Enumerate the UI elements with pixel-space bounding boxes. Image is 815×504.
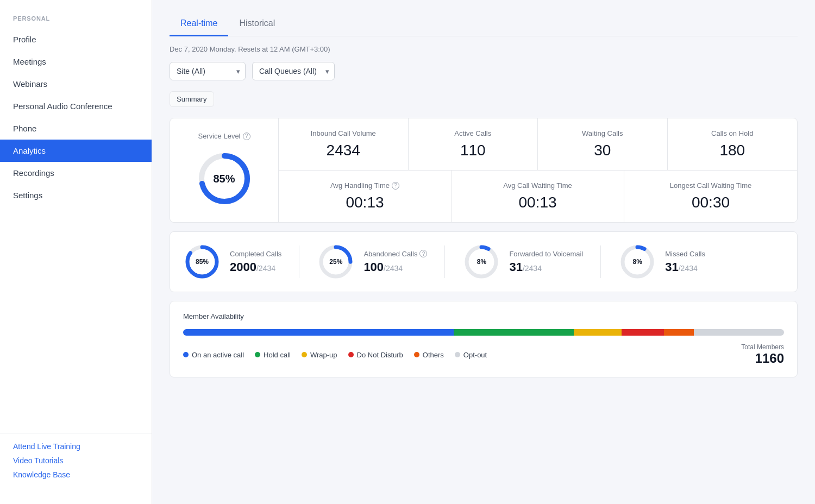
stat-inbound-call-volume: Inbound Call Volume 2434 bbox=[279, 118, 409, 170]
calls-on-hold-value: 180 bbox=[676, 142, 789, 159]
abandoned-calls-label: Abandoned Calls ? bbox=[363, 250, 427, 258]
sidebar-item-recordings[interactable]: Recordings bbox=[0, 162, 152, 184]
sidebar-item-meetings[interactable]: Meetings bbox=[0, 51, 152, 73]
forwarded-voicemail-donut: 8% bbox=[462, 243, 500, 281]
member-availability-card: Member Availability On an active callHol… bbox=[170, 301, 798, 377]
service-level-box: Service Level ? 85% bbox=[170, 118, 279, 222]
filters: Site (All) Site A Site B Call Queues (Al… bbox=[170, 62, 798, 80]
legend-item-on-an-active-call: On an active call bbox=[183, 351, 244, 359]
stat-calls-on-hold: Calls on Hold 180 bbox=[668, 118, 798, 170]
service-level-donut: 85% bbox=[195, 149, 254, 209]
tab-historical[interactable]: Historical bbox=[228, 13, 286, 36]
legend: On an active callHold callWrap-upDo Not … bbox=[183, 351, 487, 359]
sidebar-item-profile[interactable]: Profile bbox=[0, 28, 152, 51]
legend-row: On an active callHold callWrap-upDo Not … bbox=[183, 343, 784, 366]
sidebar-link-knowledge-base[interactable]: Knowledge Base bbox=[13, 470, 139, 479]
sidebar-link-video-tutorials[interactable]: Video Tutorials bbox=[13, 456, 139, 465]
divider-1 bbox=[299, 245, 299, 278]
longest-call-waiting-time-label: Longest Call Waiting Time bbox=[633, 181, 788, 190]
abandoned-calls-item: 25% Abandoned Calls ? 100/2434 bbox=[317, 243, 427, 281]
total-members: Total Members 1160 bbox=[741, 343, 784, 366]
calls-on-hold-label: Calls on Hold bbox=[676, 129, 789, 137]
total-members-label: Total Members bbox=[741, 343, 784, 351]
date-info: Dec 7, 2020 Monday. Resets at 12 AM (GMT… bbox=[170, 45, 798, 53]
legend-dot bbox=[414, 352, 419, 357]
waiting-calls-label: Waiting Calls bbox=[547, 129, 659, 137]
stats-grid-bottom: Avg Handling Time ? 00:13 Avg Call Waiti… bbox=[279, 171, 797, 222]
bar-segment-others bbox=[664, 329, 694, 336]
bar-segment-hold-call bbox=[454, 329, 574, 336]
tab-realtime[interactable]: Real-time bbox=[170, 13, 228, 36]
forwarded-voicemail-item: 8% Forwarded to Voicemail 31/2434 bbox=[462, 243, 583, 281]
forwarded-voicemail-value: 31/2434 bbox=[509, 260, 583, 274]
missed-calls-donut: 8% bbox=[618, 243, 656, 281]
abandoned-calls-donut: 25% bbox=[317, 243, 355, 281]
legend-dot bbox=[255, 352, 260, 357]
sidebar-item-analytics[interactable]: Analytics bbox=[0, 140, 152, 162]
bar-segment-on-an-active-call bbox=[183, 329, 454, 336]
legend-item-wrap-up: Wrap-up bbox=[302, 351, 337, 359]
sidebar-section-label: PERSONAL bbox=[0, 11, 152, 28]
stat-avg-handling-time: Avg Handling Time ? 00:13 bbox=[279, 171, 452, 222]
sidebar-item-personal-audio[interactable]: Personal Audio Conference bbox=[0, 95, 152, 117]
site-filter-wrapper: Site (All) Site A Site B bbox=[170, 62, 246, 80]
service-level-info-icon[interactable]: ? bbox=[243, 133, 250, 140]
legend-label: On an active call bbox=[192, 351, 244, 359]
forwarded-voicemail-stats: Forwarded to Voicemail 31/2434 bbox=[509, 250, 583, 274]
legend-label: Others bbox=[423, 351, 444, 359]
avg-handling-time-icon[interactable]: ? bbox=[392, 182, 399, 190]
sidebar-nav: ProfileMeetingsWebinarsPersonal Audio Co… bbox=[0, 28, 152, 206]
abandoned-calls-stats: Abandoned Calls ? 100/2434 bbox=[363, 250, 427, 274]
summary-label: Summary bbox=[170, 91, 214, 107]
completed-calls-donut: 85% bbox=[183, 243, 221, 281]
missed-calls-item: 8% Missed Calls 31/2434 bbox=[618, 243, 705, 281]
avg-call-waiting-time-value: 00:13 bbox=[460, 194, 615, 211]
avg-handling-time-label: Avg Handling Time ? bbox=[287, 181, 442, 190]
completed-calls-label: Completed Calls bbox=[230, 250, 281, 258]
main-content: Real-timeHistorical Dec 7, 2020 Monday. … bbox=[152, 0, 815, 504]
avg-call-waiting-time-label: Avg Call Waiting Time bbox=[460, 181, 615, 190]
bar-segment-opt-out bbox=[694, 329, 784, 336]
sidebar-link-attend-live[interactable]: Attend Live Training bbox=[13, 442, 139, 451]
call-queues-filter-wrapper: Call Queues (All) Queue 1 Queue 2 bbox=[252, 62, 335, 80]
legend-item-opt-out: Opt-out bbox=[455, 351, 487, 359]
completed-calls-stats: Completed Calls 2000/2434 bbox=[230, 250, 281, 274]
longest-call-waiting-time-value: 00:30 bbox=[633, 194, 788, 211]
call-queues-filter[interactable]: Call Queues (All) Queue 1 Queue 2 bbox=[252, 62, 335, 80]
sidebar-item-phone[interactable]: Phone bbox=[0, 117, 152, 140]
sidebar-item-settings[interactable]: Settings bbox=[0, 184, 152, 206]
member-availability-title: Member Availability bbox=[183, 312, 784, 320]
divider-2 bbox=[444, 245, 445, 278]
active-calls-label: Active Calls bbox=[417, 129, 529, 137]
stat-longest-call-waiting-time: Longest Call Waiting Time 00:30 bbox=[624, 171, 797, 222]
missed-calls-value: 31/2434 bbox=[665, 260, 705, 274]
bar-segment-do-not-disturb bbox=[622, 329, 663, 336]
stats-grid-top: Inbound Call Volume 2434 Active Calls 11… bbox=[279, 118, 797, 171]
legend-item-others: Others bbox=[414, 351, 444, 359]
forwarded-voicemail-pct: 8% bbox=[477, 258, 486, 266]
legend-dot bbox=[348, 352, 354, 357]
completed-calls-item: 85% Completed Calls 2000/2434 bbox=[183, 243, 281, 281]
legend-label: Wrap-up bbox=[310, 351, 337, 359]
legend-dot bbox=[455, 352, 460, 357]
abandoned-calls-info-icon[interactable]: ? bbox=[419, 250, 427, 257]
inbound-call-volume-label: Inbound Call Volume bbox=[287, 129, 399, 137]
summary-top-card: Service Level ? 85% Inbound Call Volume … bbox=[170, 118, 798, 223]
legend-label: Opt-out bbox=[463, 351, 487, 359]
sidebar-item-webinars[interactable]: Webinars bbox=[0, 73, 152, 95]
divider-3 bbox=[600, 245, 601, 278]
sidebar-links: Attend Live TrainingVideo TutorialsKnowl… bbox=[0, 433, 152, 493]
missed-calls-pct: 8% bbox=[633, 258, 642, 266]
abandoned-calls-pct: 25% bbox=[329, 258, 342, 266]
legend-dot bbox=[183, 352, 189, 357]
inbound-call-volume-value: 2434 bbox=[287, 142, 399, 159]
summary-right: Inbound Call Volume 2434 Active Calls 11… bbox=[279, 118, 797, 222]
missed-calls-stats: Missed Calls 31/2434 bbox=[665, 250, 705, 274]
completed-calls-value: 2000/2434 bbox=[230, 260, 281, 274]
call-breakdown-card: 85% Completed Calls 2000/2434 25% bbox=[170, 231, 798, 292]
site-filter[interactable]: Site (All) Site A Site B bbox=[170, 62, 246, 80]
stat-avg-call-waiting-time: Avg Call Waiting Time 00:13 bbox=[452, 171, 624, 222]
summary-section: Summary bbox=[170, 91, 798, 116]
stat-active-calls: Active Calls 110 bbox=[409, 118, 538, 170]
completed-calls-pct: 85% bbox=[196, 258, 209, 266]
